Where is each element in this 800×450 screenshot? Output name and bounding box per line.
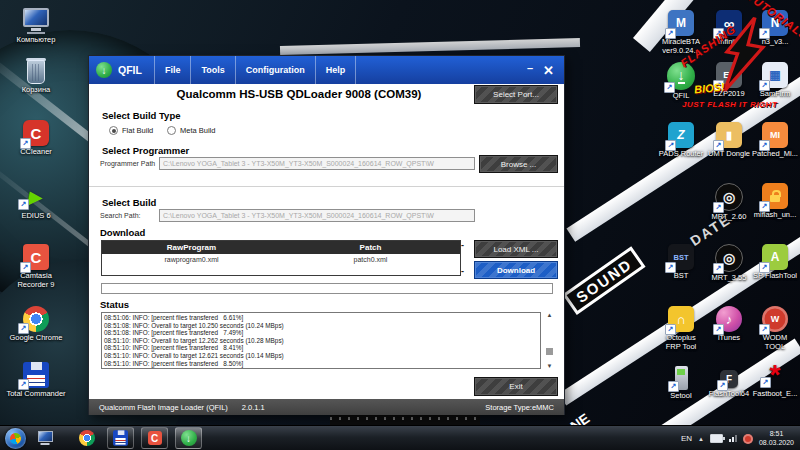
taskbar-chrome-button[interactable] [79,430,95,446]
desktop-icon-miracle[interactable]: M MiracleBTA ver9.0.24... [658,10,704,55]
programmer-path-label: Programmer Path [100,160,155,167]
desktop-icon-wodm[interactable]: W WODM TOOL [752,306,798,351]
browse-button[interactable]: Browse ... [479,155,558,173]
desktop-icon-label: CCleaner [4,148,68,157]
bst-icon: BST [668,244,694,270]
section-select-build: Select Build [102,197,156,208]
network-icon[interactable] [729,435,737,442]
window-titlebar[interactable]: ↓ QFIL File Tools Configuration Help – ✕ [89,56,564,84]
desktop-icon-miflash-unlock[interactable]: miflash_un... [752,183,798,220]
desktop-icon-infinity[interactable]: ∞ Infinity [706,10,752,47]
desktop-icon-n3v3[interactable]: N n3_v3... [752,10,798,47]
shortcut-arrow-icon [713,324,724,335]
desktop-icon-samfirm[interactable]: ▦ SamFirm [752,62,798,99]
menubar: File Tools Configuration Help [154,56,356,84]
taskbar-camtasia-button[interactable]: C [141,427,168,449]
desktop-icon-patched-mi[interactable]: MI Patched_Mi... [752,122,798,159]
status-log[interactable]: 08:51:06: INFO: [percent files transfere… [101,312,541,369]
select-port-button[interactable]: Select Port... [474,85,558,104]
mrt-icon: ◎ [715,244,743,272]
desktop-icon-ezp2019[interactable]: EZ EZP2019 [706,62,752,99]
desktop-icon-camtasia[interactable]: C Camtasia Recorder 9 [4,244,68,289]
clock-date: 08.03.2020 [759,439,794,448]
desktop-icon-sp-flashtool[interactable]: A SP FlashTool [752,244,798,281]
taskbar-clock[interactable]: 8:51 08.03.2020 [759,430,798,447]
desktop-icon-total-commander[interactable]: Total Commander [4,362,68,399]
desktop-icon-fastboot-huawei[interactable]: * Fastboot_E... [752,362,798,399]
status-scrollbar[interactable]: ▲ ▼ [545,312,554,369]
desktop-icon-label: Google Chrome [4,334,68,343]
desktop-icon-label: FlashTool64 [706,390,752,399]
power-icon[interactable] [710,434,723,443]
progress-bar [101,283,553,294]
qfil-icon: ↓ [667,62,695,90]
scroll-thumb[interactable] [546,348,553,355]
volume-icon[interactable] [743,434,753,444]
shortcut-arrow-icon [18,379,29,390]
desktop-icon-pads-router[interactable]: Z PADS Router [658,122,704,159]
taskbar-computer-button[interactable] [37,431,53,445]
shortcut-arrow-icon [760,377,771,388]
itunes-icon: ♪ [716,306,742,332]
language-indicator[interactable]: EN [681,434,692,443]
scroll-up-icon[interactable]: ▲ [545,312,554,318]
desktop-icon-qfil[interactable]: ↓ QFIL [658,62,704,101]
meta-build-label: Meta Build [180,126,215,135]
search-path-field[interactable]: C:\Lenovo YOGA_Tablet 3 - YT3-X50M_YT3-X… [159,209,475,222]
infinity-icon: ∞ [716,10,742,36]
meta-build-radio[interactable] [167,126,176,135]
desktop: DATE SOUND NE Компьютер Корзина C CClean… [0,0,800,450]
taskbar: C ↓ EN ▲ 8:51 08.03.2020 [0,425,800,450]
desktop-icon-label: PADS Router [658,150,704,159]
flat-build-radio[interactable] [109,126,118,135]
statusbar-storage-type: Storage Type:eMMC [485,403,554,412]
menu-configuration[interactable]: Configuration [236,56,316,84]
shortcut-arrow-icon [759,201,770,212]
desktop-icon-ccleaner[interactable]: C CCleaner [4,120,68,157]
menu-file[interactable]: File [155,56,192,84]
minimize-button[interactable]: – [527,64,533,78]
table-scroll-up[interactable]: - [461,242,464,248]
desktop-icon-bst[interactable]: BST BST [658,244,704,281]
download-table[interactable]: RawProgram Patch rawprogram0.xml patch0.… [101,240,461,276]
samfirm-icon: ▦ [762,62,788,88]
menu-help[interactable]: Help [316,56,357,84]
start-button[interactable] [5,428,26,449]
desktop-icon-label: BST [658,272,704,281]
close-button[interactable]: ✕ [543,63,554,78]
desktop-icon-umt-dongle[interactable]: ▮ UMT Dongle [706,122,752,159]
clock-time: 8:51 [759,430,794,439]
total-commander-icon [113,430,128,446]
desktop-icon-chrome[interactable]: Google Chrome [4,306,68,343]
desktop-icon-mrt260[interactable]: ◎ MRT_2.60 [706,183,752,222]
menu-tools[interactable]: Tools [191,56,235,84]
table-row[interactable]: rawprogram0.xml patch0.xml [102,254,460,264]
log-line: 08:51:08: INFO: [percent files transfere… [104,329,538,337]
shortcut-arrow-icon [665,28,676,39]
shortcut-arrow-icon [713,80,724,91]
load-xml-button[interactable]: Load XML ... [474,240,558,258]
shortcut-arrow-icon [18,199,29,210]
desktop-icon-label: Setool [658,392,704,401]
exit-button[interactable]: Exit [474,377,558,396]
desktop-icon-mrt355[interactable]: ◎ MRT_3.55 [706,244,752,283]
desktop-icon-label: WODM TOOL [752,334,798,351]
taskbar-total-commander-button[interactable] [107,427,134,449]
desktop-icon-recycle-bin[interactable]: Корзина [4,60,68,95]
desktop-icon-label: Patched_Mi... [752,150,798,159]
desktop-icon-label: Octoplus FRP Tool [658,334,704,351]
flashtool64-icon: F [720,370,738,388]
desktop-icon-flashtool64[interactable]: F FlashTool64 [706,370,752,399]
desktop-icon-octoplus-frp[interactable]: ∩ Octoplus FRP Tool [658,306,704,351]
scroll-down-icon[interactable]: ▼ [545,363,554,369]
desktop-icon-edius[interactable]: ▶ EDIUS 6 [4,184,68,221]
table-scroll-down[interactable]: - [461,268,464,274]
programmer-path-field[interactable]: C:\Lenovo YOGA_Tablet 3 - YT3-X50M_YT3-X… [159,157,475,170]
n3v3-icon: N [762,10,788,36]
taskbar-qfil-button[interactable]: ↓ [175,427,202,449]
download-button[interactable]: Download [474,261,558,279]
desktop-icon-itunes[interactable]: ♪ iTunes [706,306,752,343]
desktop-icon-computer[interactable]: Компьютер [4,8,68,45]
hidden-icons-chevron[interactable]: ▲ [698,436,704,442]
desktop-icon-setool[interactable]: Setool [658,366,704,401]
